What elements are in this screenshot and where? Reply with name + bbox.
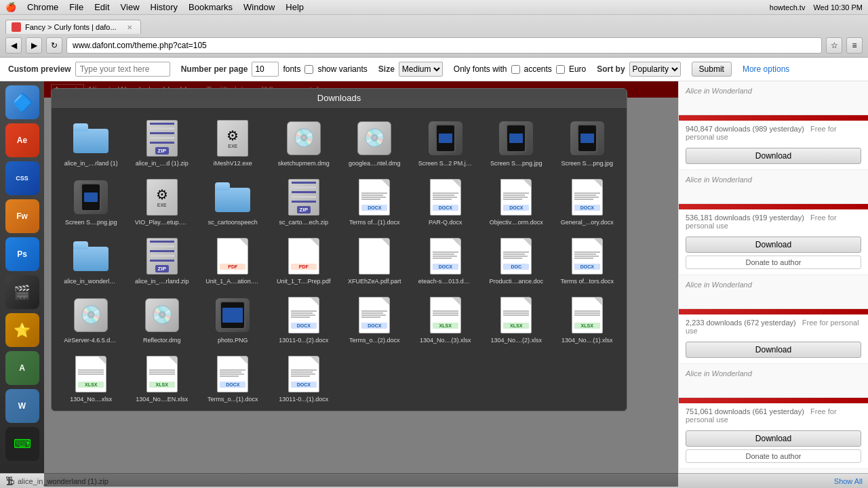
download-item[interactable]: DOCX Terms of...(1).docx bbox=[340, 172, 409, 228]
edit-menu[interactable]: Edit bbox=[94, 2, 109, 12]
bookmark-button[interactable]: ☆ bbox=[826, 37, 842, 54]
download-item[interactable]: 💿 AirServer-4.6.5.dmg bbox=[57, 290, 125, 346]
download-item[interactable]: alice_in_....rland (1) bbox=[57, 113, 125, 169]
view-menu[interactable]: View bbox=[121, 2, 140, 12]
sidebar-icon-css[interactable]: CSS bbox=[5, 161, 39, 195]
download-label: PAR-Q.docx bbox=[418, 219, 473, 226]
help-menu[interactable]: Help bbox=[285, 2, 304, 12]
download-item[interactable]: DOCX Terms of...tors.docx bbox=[553, 231, 622, 287]
download-item[interactable]: 💿 googlea....ntel.dmg bbox=[340, 113, 409, 169]
download-label: Screen S....png.jpg bbox=[489, 160, 543, 167]
sidebar-icon-ae[interactable]: Ae bbox=[5, 123, 39, 157]
apple-menu[interactable]: 🍎 bbox=[5, 2, 16, 12]
clock: Wed 10:30 PM bbox=[813, 3, 863, 12]
bookmarks-menu[interactable]: Bookmarks bbox=[189, 2, 233, 12]
download-icon: XLSX bbox=[496, 293, 536, 337]
tab-bar: Fancy > Curly fonts | dafo... ✕ bbox=[0, 15, 868, 34]
donate-button[interactable]: Donate to author bbox=[686, 449, 861, 463]
sidebar-icon-star[interactable]: ⭐ bbox=[5, 313, 39, 347]
custom-preview-input[interactable] bbox=[75, 62, 170, 77]
show-all-link[interactable]: Show All bbox=[834, 477, 863, 485]
download-item[interactable]: DOCX Terms_o...(1).docx bbox=[199, 349, 267, 405]
sidebar-icon-a[interactable]: A bbox=[5, 351, 39, 385]
download-icon: DOCX bbox=[283, 352, 324, 396]
sidebar-icon-finder[interactable]: 🔷 bbox=[5, 85, 39, 119]
download-item[interactable]: alice_in_wonderland bbox=[57, 231, 125, 287]
browser-chrome: Fancy > Curly fonts | dafo... ✕ ◀ ▶ ↻ ☆ … bbox=[0, 15, 868, 58]
chrome-menu[interactable]: Chrome bbox=[27, 2, 58, 12]
sidebar-icon-w[interactable]: W bbox=[5, 389, 39, 423]
download-item[interactable]: ZIP sc_carto....ech.zip bbox=[270, 172, 338, 228]
reload-button[interactable]: ↻ bbox=[46, 37, 62, 54]
sidebar-icon-terminal[interactable]: ⌨ bbox=[5, 427, 39, 461]
back-button[interactable]: ◀ bbox=[5, 37, 22, 54]
download-item[interactable]: ⚙ EXE iMeshV12.exe bbox=[199, 113, 267, 169]
download-item[interactable]: ZIP alice_in_....d (1).zip bbox=[128, 113, 197, 169]
download-item[interactable]: XLSX 1304_No....(3).xlsx bbox=[412, 290, 480, 346]
download-item[interactable]: DOCX Terms_o...(2).docx bbox=[340, 290, 409, 346]
euro-checkbox[interactable] bbox=[556, 65, 565, 74]
download-item[interactable]: PDF Unit_1_A....ation.pdf bbox=[199, 231, 267, 287]
download-item[interactable]: DOCX General_...ory.docx bbox=[553, 172, 622, 228]
download-item[interactable]: DOCX PAR-Q.docx bbox=[412, 172, 480, 228]
download-item[interactable]: photo.PNG bbox=[199, 290, 267, 346]
number-per-page-input[interactable] bbox=[252, 62, 279, 77]
history-menu[interactable]: History bbox=[151, 2, 178, 12]
download-item[interactable]: ZIP alice_in_....rland.zip bbox=[128, 231, 197, 287]
forward-button[interactable]: ▶ bbox=[26, 37, 42, 54]
download-label: alice_in_wonderland bbox=[64, 278, 118, 285]
download-label: eteach-s....013.docx bbox=[418, 278, 473, 285]
download-item[interactable]: XFUEhZeA.pdf.part bbox=[340, 231, 409, 287]
download-item[interactable]: DOCX Objectiv....orm.docx bbox=[482, 172, 551, 228]
file-menu[interactable]: File bbox=[69, 2, 83, 12]
more-options-link[interactable]: More options bbox=[743, 64, 789, 74]
download-item[interactable]: DOCX 13011-0...(1).docx bbox=[270, 349, 338, 405]
download-button[interactable]: Download bbox=[686, 430, 861, 447]
download-item[interactable]: Screen S....png.jpg bbox=[482, 113, 551, 169]
download-icon: DOC bbox=[496, 234, 536, 278]
download-item[interactable]: DOCX 13011-0...(2).docx bbox=[270, 290, 338, 346]
download-item[interactable]: Screen S...2 PM.jpg bbox=[412, 113, 480, 169]
download-icon: DOCX bbox=[425, 175, 466, 219]
download-item[interactable]: XLSX 1304_No....(1).xlsx bbox=[553, 290, 622, 346]
download-item[interactable]: sc_cartoonspeech bbox=[199, 172, 267, 228]
accents-checkbox[interactable] bbox=[511, 65, 520, 74]
download-item[interactable]: DOCX eteach-s....013.docx bbox=[412, 231, 480, 287]
settings-button[interactable]: ≡ bbox=[846, 37, 863, 54]
download-item[interactable]: 💿 Reflector.dmg bbox=[128, 290, 197, 346]
download-icon bbox=[354, 234, 395, 278]
download-count: 536,181 downloads (919 yesterday) bbox=[686, 214, 804, 222]
download-item[interactable]: PDF Unit_1_T....Prep.pdf bbox=[270, 231, 338, 287]
download-item[interactable]: 💿 sketchupmem.dmg bbox=[270, 113, 338, 169]
sidebar-icon-fw[interactable]: Fw bbox=[5, 199, 39, 233]
download-icon bbox=[71, 234, 111, 278]
browser-tab[interactable]: Fancy > Curly fonts | dafo... ✕ bbox=[5, 20, 141, 34]
download-item[interactable]: ⚙ EXE VIO_Play....etup.exe bbox=[128, 172, 197, 228]
downloads-overlay: Downloads alice_in_....rland (1) ZIP ali… bbox=[44, 81, 678, 487]
sidebar-icon-film[interactable]: 🎬 bbox=[5, 275, 39, 309]
size-select[interactable]: Medium Small Large bbox=[399, 62, 443, 77]
download-button[interactable]: Download bbox=[686, 148, 861, 164]
download-item[interactable]: XLSX 1304_No....EN.xlsx bbox=[128, 349, 197, 405]
address-bar[interactable] bbox=[66, 37, 822, 54]
donate-button[interactable]: Donate to author bbox=[686, 256, 861, 269]
mac-menu-left: 🍎 Chrome File Edit View History Bookmark… bbox=[5, 2, 304, 12]
download-item[interactable]: Screen S....png.jpg bbox=[57, 172, 125, 228]
sort-by-label: Sort by bbox=[597, 64, 625, 74]
download-button[interactable]: Download bbox=[686, 237, 861, 253]
sidebar-icon-ps[interactable]: Ps bbox=[5, 237, 39, 271]
download-icon: PDF bbox=[283, 234, 324, 278]
download-icon bbox=[71, 116, 111, 160]
download-label: photo.PNG bbox=[205, 337, 260, 344]
show-variants-checkbox[interactable] bbox=[304, 65, 313, 74]
download-item[interactable]: Screen S....png.jpg bbox=[553, 113, 622, 169]
download-item[interactable]: XLSX 1304_No....xlsx bbox=[57, 349, 125, 405]
submit-button[interactable]: Submit bbox=[692, 62, 732, 77]
download-item[interactable]: XLSX 1304_No....(2).xlsx bbox=[482, 290, 551, 346]
window-menu[interactable]: Window bbox=[243, 2, 275, 12]
download-icon: 💿 bbox=[142, 293, 182, 337]
sort-select[interactable]: Popularity Name Date bbox=[629, 62, 681, 77]
download-item[interactable]: DOC Producti....ance.doc bbox=[482, 231, 551, 287]
tab-close-button[interactable]: ✕ bbox=[127, 24, 132, 31]
download-button[interactable]: Download bbox=[686, 342, 861, 358]
